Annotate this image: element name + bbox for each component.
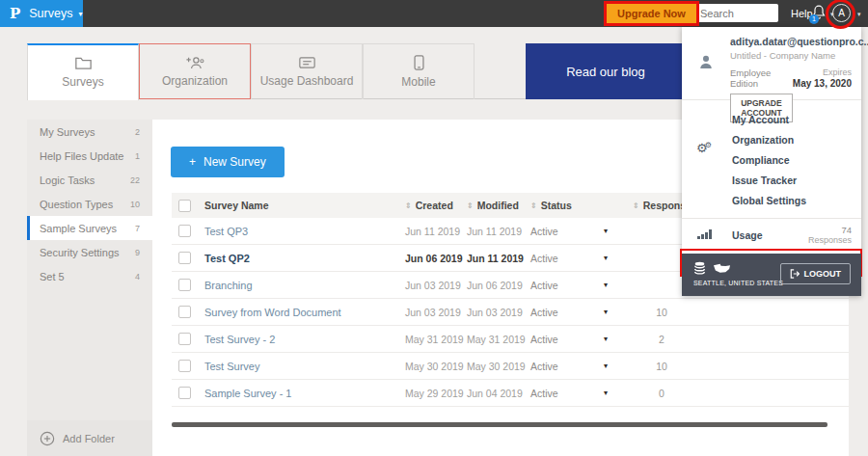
created-date: Jun 03 2019 — [405, 280, 467, 291]
read-our-blog-button[interactable]: Read our blog — [526, 43, 686, 99]
folder-count: 4 — [135, 272, 140, 282]
survey-name-link[interactable]: Test Survey — [204, 361, 405, 372]
expires-label: Expires — [793, 67, 852, 77]
status-value: Active — [530, 361, 604, 372]
status-dropdown-caret[interactable]: ▾ — [604, 281, 633, 289]
sidebar-item-my-surveys[interactable]: My Surveys 2 — [27, 120, 152, 144]
row-checkbox[interactable] — [178, 279, 191, 291]
created-date: May 29 2019 — [405, 388, 467, 399]
status-dropdown-caret[interactable]: ▾ — [604, 362, 633, 370]
response-count: 0 — [633, 388, 691, 399]
tab-label: Organization — [162, 74, 228, 88]
upgrade-now-button[interactable]: Upgrade Now — [607, 4, 696, 23]
folder-label: Question Types — [40, 199, 130, 210]
sort-icon[interactable]: ⇕ — [633, 201, 639, 210]
survey-name-link[interactable]: Test QP3 — [204, 226, 405, 237]
notifications-button[interactable]: 1 — [812, 5, 827, 22]
new-survey-button[interactable]: + New Survey — [171, 147, 285, 177]
tab-usage-dashboard[interactable]: Usage Dashboard — [251, 43, 363, 99]
folder-label: Set 5 — [40, 271, 135, 282]
usa-map-icon — [713, 262, 731, 274]
tab-label: Mobile — [401, 75, 435, 89]
folder-count: 22 — [130, 175, 140, 185]
column-status[interactable]: ⇕Status — [530, 200, 604, 211]
row-checkbox[interactable] — [178, 333, 191, 345]
survey-name-link[interactable]: Survey from Word Document — [204, 307, 405, 318]
row-checkbox[interactable] — [178, 360, 191, 372]
row-checkbox[interactable] — [178, 252, 191, 264]
created-date: Jun 11 2019 — [405, 226, 467, 237]
usage-label[interactable]: Usage — [732, 229, 808, 241]
usage-row[interactable]: Usage 74 Responses — [682, 219, 861, 251]
new-survey-label: New Survey — [203, 155, 266, 169]
status-dropdown-caret[interactable]: ▾ — [604, 308, 633, 316]
status-value: Active — [530, 334, 604, 345]
tab-organization[interactable]: Organization — [139, 43, 251, 99]
logout-label: LOGOUT — [804, 269, 842, 279]
sidebar-item-set-5[interactable]: Set 5 4 — [27, 264, 152, 288]
modified-date: Jun 04 2019 — [467, 388, 530, 399]
folder-label: Logic Tasks — [40, 174, 130, 186]
tab-surveys[interactable]: Surveys — [27, 43, 139, 100]
survey-name-link[interactable]: Test Survey - 2 — [204, 334, 405, 345]
sidebar-item-logic-tasks[interactable]: Logic Tasks 22 — [27, 168, 152, 192]
status-dropdown-caret[interactable]: ▾ — [604, 335, 633, 343]
account-summary: aditya.datar@questionpro.c... Untitled -… — [682, 27, 861, 100]
chevron-down-icon[interactable]: ▾ — [857, 11, 861, 18]
sidebar-item-question-types[interactable]: Question Types 10 — [27, 192, 152, 216]
database-icon — [693, 261, 706, 275]
notification-badge: 1 — [809, 14, 819, 24]
mobile-icon — [414, 55, 424, 70]
row-checkbox[interactable] — [178, 387, 191, 399]
tab-mobile[interactable]: Mobile — [363, 43, 475, 99]
plus-icon: + — [189, 155, 196, 169]
row-checkbox[interactable] — [178, 225, 191, 237]
column-survey-name[interactable]: Survey Name — [204, 200, 405, 211]
search-input[interactable] — [700, 8, 768, 19]
status-value: Active — [530, 280, 604, 291]
column-modified[interactable]: ⇕Modified — [467, 200, 530, 211]
upgrade-annotation-box: Upgrade Now — [604, 1, 699, 26]
menu-item-my-account[interactable]: My Account — [732, 109, 861, 129]
bar-chart-icon — [697, 229, 712, 239]
menu-item-global-settings[interactable]: Global Settings — [732, 190, 861, 210]
select-all-checkbox[interactable] — [178, 200, 191, 212]
product-name: Surveys — [29, 7, 72, 20]
chevron-down-icon: ▾ — [78, 10, 82, 18]
status-dropdown-caret[interactable]: ▾ — [604, 389, 633, 397]
logout-button[interactable]: LOGOUT — [780, 263, 852, 284]
account-company: Untitled - Company Name — [730, 50, 852, 61]
survey-name-link[interactable]: Sample Survey - 1 — [204, 388, 405, 399]
folder-count: 9 — [135, 248, 140, 257]
circled-plus-icon — [40, 431, 55, 446]
sort-icon[interactable]: ⇕ — [467, 201, 474, 210]
horizontal-scrollbar[interactable] — [172, 422, 827, 427]
menu-item-issue-tracker[interactable]: Issue Tracker — [732, 170, 861, 190]
sidebar-item-help-files-update[interactable]: Help Files Update 1 — [27, 144, 152, 168]
account-avatar[interactable]: A — [832, 4, 851, 22]
row-checkbox[interactable] — [178, 306, 191, 318]
add-folder-button[interactable]: Add Folder — [27, 420, 152, 456]
sidebar-item-sample-surveys[interactable]: Sample Surveys 7 — [27, 216, 152, 240]
status-dropdown-caret[interactable]: ▾ — [604, 227, 633, 235]
user-icon — [698, 54, 714, 69]
account-menu-list: ⚙⚙ My Account Organization Compliance Is… — [682, 100, 861, 219]
menu-item-organization[interactable]: Organization — [732, 129, 861, 149]
menu-item-compliance[interactable]: Compliance — [732, 149, 861, 170]
status-dropdown-caret[interactable]: ▾ — [604, 254, 633, 262]
account-email: aditya.datar@questionpro.c... — [730, 36, 852, 47]
created-date: May 30 2019 — [405, 361, 467, 372]
logout-icon — [790, 269, 800, 279]
survey-name-link[interactable]: Test QP2 — [204, 253, 405, 264]
sidebar-item-security-settings[interactable]: Security Settings 9 — [27, 240, 152, 264]
survey-name-link[interactable]: Branching — [204, 280, 405, 291]
add-folder-label: Add Folder — [63, 433, 115, 444]
product-switcher[interactable]: P Surveys ▾ — [0, 0, 83, 27]
column-created[interactable]: ⇕Created — [405, 200, 467, 211]
modified-date: Jun 06 2019 — [467, 280, 530, 291]
folders-sidebar: My Surveys 2 Help Files Update 1 Logic T… — [27, 120, 152, 456]
tab-label: Surveys — [62, 75, 103, 89]
sort-icon[interactable]: ⇕ — [405, 201, 412, 210]
sort-icon[interactable]: ⇕ — [530, 201, 537, 210]
folder-count: 7 — [135, 224, 140, 233]
